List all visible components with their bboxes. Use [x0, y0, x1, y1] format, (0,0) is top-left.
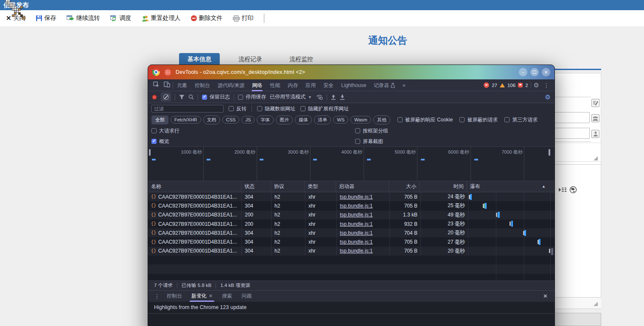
whats-new-heading[interactable]: Highlights from the Chrome 123 update [154, 304, 246, 310]
inspect-element-button[interactable] [151, 82, 161, 89]
print-button[interactable]: 打印 [233, 14, 254, 22]
drawer-tab-whats-new[interactable]: 新变化 ✕ [187, 290, 217, 302]
chip-wasm[interactable]: Wasm [350, 116, 371, 124]
reset-handler-button[interactable]: 重置处理人 [142, 14, 181, 22]
window-close-button[interactable]: ✕ [542, 68, 550, 76]
column-header-type[interactable]: 类型 [305, 181, 336, 192]
more-tabs-button[interactable]: » [399, 79, 409, 91]
column-header-status[interactable]: 状态 [241, 181, 271, 192]
initiator-link[interactable]: tsp.bundle.js:1 [340, 239, 372, 245]
overview-left-handle[interactable] [149, 149, 151, 156]
network-search-icon[interactable] [188, 94, 194, 100]
chip-font[interactable]: 字体 [257, 115, 274, 124]
chip-all[interactable]: 全部 [151, 115, 168, 124]
invert-checkbox[interactable]: 反转 [229, 105, 246, 112]
tab-memory[interactable]: 内存 [284, 79, 302, 91]
initiator-link[interactable]: tsp.bundle.js:1 [340, 230, 372, 236]
initiator-link[interactable]: tsp.bundle.js:1 [340, 248, 372, 254]
column-header-initiator[interactable]: 启动器 [336, 181, 389, 192]
initiator-link[interactable]: tsp.bundle.js:1 [340, 203, 372, 209]
chip-other[interactable]: 其他 [373, 115, 390, 124]
chip-ws[interactable]: WS [333, 116, 348, 124]
drawer-tab-issues[interactable]: 问题 [237, 290, 256, 302]
dispatch-button[interactable]: 调度 [110, 14, 132, 22]
column-header-name[interactable]: 名称 [148, 181, 241, 192]
tab-performance[interactable]: 性能 [266, 79, 284, 91]
edit-picker-button[interactable] [591, 99, 599, 107]
chip-img[interactable]: 图片 [276, 115, 293, 124]
issues-count[interactable]: 2 [525, 83, 528, 88]
device-toolbar-button[interactable] [161, 82, 173, 89]
overview-right-handle[interactable] [549, 149, 550, 156]
chip-doc[interactable]: 文档 [203, 115, 220, 124]
preserve-log-checkbox[interactable]: 保留日志 [202, 93, 230, 101]
network-request-row[interactable]: {}CAAC927B97E00001D4B31EA1... 304 h2 xhr… [148, 192, 554, 201]
tab-network[interactable]: 网络 [248, 79, 266, 91]
network-request-row[interactable]: {}CAAC927B97E00001D4B31EA1... 304 h2 xhr… [148, 237, 554, 246]
kebab-menu-icon[interactable]: ⋮ [542, 82, 551, 89]
network-request-row[interactable]: {}CAAC927B97E00001D4B31EA1... 200 h2 xhr… [148, 211, 554, 219]
tab-lighthouse[interactable]: Lighthouse [337, 79, 370, 91]
drawer-kebab-menu-icon[interactable]: ⋮ [152, 293, 162, 300]
drawer-tab-search[interactable]: 搜索 [218, 290, 236, 302]
textarea-resize-handle[interactable] [594, 156, 598, 160]
initiator-link[interactable]: tsp.bundle.js:1 [340, 194, 372, 200]
import-har-icon[interactable] [331, 94, 336, 100]
overview-checkbox[interactable]: 概览 [151, 138, 169, 145]
column-header-protocol[interactable]: 协议 [271, 181, 305, 192]
network-request-row[interactable]: {}CAAC927B97E00001D4B31EA1... 304 h2 xhr… [148, 228, 554, 237]
chip-css[interactable]: CSS [222, 116, 240, 124]
devtools-titlebar[interactable]: DevTools - o2oa.cqivc.com/x_desktop/inde… [148, 65, 554, 79]
blocked-cookies-checkbox[interactable]: 被屏蔽的响应 Cookie [398, 116, 453, 124]
close-button[interactable]: ✕ 关闭 [6, 14, 25, 22]
tree-select-button[interactable] [558, 187, 566, 194]
settings-gear-icon[interactable]: ⚙ [534, 82, 539, 88]
initiator-link[interactable]: tsp.bundle.js:1 [340, 221, 372, 227]
tab-sources[interactable]: 源代码/来源 [214, 79, 248, 91]
column-header-waterfall[interactable]: 瀑布▲ [467, 181, 549, 192]
chip-manifest[interactable]: 清单 [314, 115, 331, 124]
column-header-time[interactable]: 时间 [420, 181, 467, 192]
third-party-checkbox[interactable]: 第三方请求 [504, 116, 538, 124]
globe-button[interactable] [569, 186, 577, 195]
group-picker-button[interactable] [591, 114, 599, 122]
network-overview-timeline[interactable]: 1000 毫秒 2000 毫秒 3000 毫秒 4000 毫秒 5000 毫秒 … [148, 146, 554, 181]
export-har-icon[interactable] [340, 94, 345, 100]
filter-funnel-icon[interactable] [179, 95, 185, 100]
group-by-frame-checkbox[interactable]: 按框架分组 [355, 127, 388, 135]
record-icon[interactable] [152, 95, 157, 100]
chip-fetch-xhr[interactable]: Fetch/XHR [171, 116, 201, 124]
error-count[interactable]: 27 [492, 83, 497, 88]
big-request-rows-checkbox[interactable]: 大请求行 [151, 127, 179, 135]
clear-log-button[interactable] [161, 93, 171, 101]
network-settings-gear-icon[interactable]: ⚙ [545, 94, 551, 100]
minimize-button[interactable]: – [519, 68, 527, 76]
maximize-button[interactable] [530, 68, 539, 76]
network-request-row[interactable]: {}CAAC927B97E00001D4B31EA1... 200 h2 xhr… [148, 219, 554, 228]
tab-console[interactable]: 控制台 [191, 79, 214, 91]
column-header-size[interactable]: 大小 [389, 181, 420, 192]
tab-application[interactable]: 应用 [302, 79, 319, 91]
close-drawer-tab-icon[interactable]: ✕ [207, 293, 213, 298]
tab-security[interactable]: 安全 [319, 79, 337, 91]
hide-data-urls-checkbox[interactable]: 隐藏数据网址 [257, 105, 295, 112]
network-request-row[interactable]: {}CAAC927B97E00001D4B31EA1... 304 h2 xhr… [148, 247, 554, 256]
person-picker-button[interactable] [591, 130, 599, 138]
network-conditions-icon[interactable] [316, 94, 323, 100]
blocked-requests-checkbox[interactable]: 被屏蔽的请求 [459, 116, 498, 124]
disable-cache-checkbox[interactable]: 停用缓存 [238, 93, 266, 101]
save-button[interactable]: 保存 [36, 14, 56, 22]
hide-extension-urls-checkbox[interactable]: 隐藏扩展程序网址 [300, 105, 349, 112]
initiator-link[interactable]: tsp.bundle.js:1 [340, 212, 372, 218]
panel-resize-handle[interactable] [594, 302, 598, 306]
tab-elements[interactable]: 元素 [173, 79, 191, 91]
chip-js[interactable]: JS [241, 116, 255, 124]
continue-flow-button[interactable]: 继续流转 [67, 14, 100, 22]
warning-count[interactable]: 106 [507, 83, 515, 88]
tab-recorder[interactable]: 记录器 [370, 79, 399, 91]
drawer-tab-console[interactable]: 控制台 [162, 290, 186, 302]
chip-media[interactable]: 媒体 [295, 115, 312, 124]
drawer-close-icon[interactable]: ✕ [540, 293, 550, 299]
delete-file-button[interactable]: 删除文件 [191, 14, 223, 22]
network-request-row[interactable]: {}CAAC927B97E00001D4B31EA1... 304 h2 xhr… [148, 201, 554, 210]
